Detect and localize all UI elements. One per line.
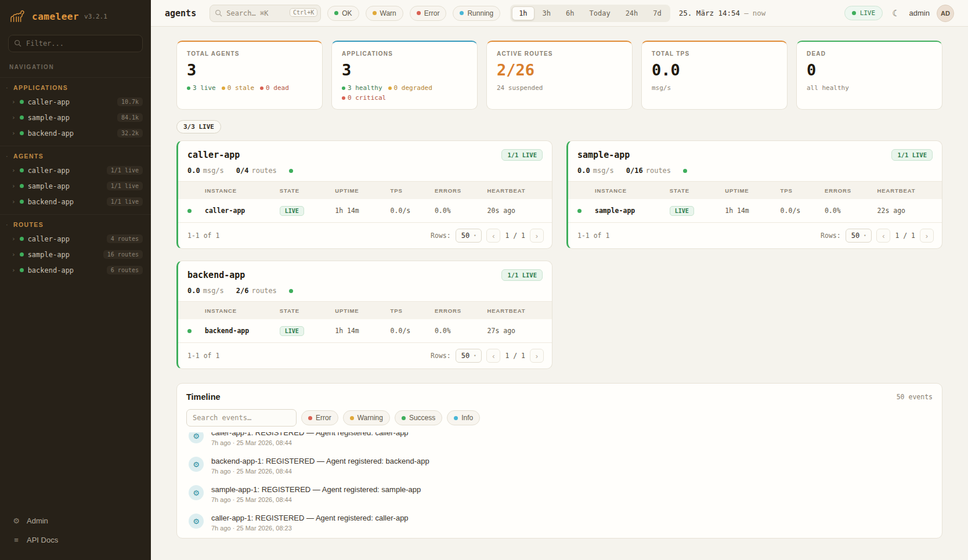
docs-icon: ≡ <box>12 536 21 544</box>
dark-mode-toggle[interactable]: ☾ <box>890 6 902 21</box>
filter-input[interactable] <box>8 35 143 52</box>
rows-per-page-select[interactable]: 50 ▾ <box>456 349 482 363</box>
status-dot <box>20 237 24 241</box>
stat-sub: 3 live 0 stale 0 dead <box>187 84 312 92</box>
sidebar-item-api-docs[interactable]: ≡ API Docs <box>9 532 142 548</box>
time-range-segmented-control: 1h 3h 6h Today 24h 7d <box>510 5 670 22</box>
sidebar-item-applications-sample-app[interactable]: › sample-app 84.1k <box>0 110 151 125</box>
event-time: 7h ago · 25 Mar 2026, 08:44 <box>211 496 421 503</box>
range-button-24h[interactable]: 24h <box>619 6 645 20</box>
app-card-backend-app: backend-app 1/1 LIVE 0.0 msg/s 2/6 route… <box>176 261 552 369</box>
table-header: INSTANCE STATE UPTIME TPS ERRORS HEARTBE… <box>178 302 552 319</box>
timeline-event[interactable]: ⚙ caller-app-1: REGISTERED — Agent regis… <box>186 508 933 537</box>
table-row[interactable]: caller-app LIVE 1h 14m 0.0/s 0.0% 20s ag… <box>178 199 552 222</box>
timeline-event[interactable]: ⚙ caller-app-1: REGISTERED — Agent regis… <box>186 432 933 451</box>
sidebar-footer-label: Admin <box>27 516 48 525</box>
range-button-3h[interactable]: 3h <box>536 6 558 20</box>
chevron-right-icon: › <box>12 167 16 174</box>
range-start: 25. März 14:54 <box>679 9 740 17</box>
section-title: ROUTES <box>13 221 44 228</box>
activity-dot <box>683 169 687 173</box>
timeline-filter-error[interactable]: Error <box>301 410 338 425</box>
filter-chip-ok[interactable]: OK <box>327 6 359 21</box>
state-badge: LIVE <box>670 206 694 216</box>
chevron-right-icon: › <box>12 183 16 189</box>
live-summary-badge: 3/3 LIVE <box>176 120 221 133</box>
sidebar-item-applications-backend-app[interactable]: › backend-app 32.2k <box>0 125 151 141</box>
rows-label: Rows: <box>431 352 451 360</box>
stat-value: 3 <box>187 61 312 79</box>
next-page-button[interactable]: › <box>920 229 934 243</box>
user-name[interactable]: admin <box>909 9 930 17</box>
filter-chip-warn[interactable]: Warn <box>366 6 403 21</box>
timeline-filter-info[interactable]: Info <box>447 410 480 425</box>
row-range: 1-1 of 1 <box>187 232 219 240</box>
sidebar-item-badge: 1/1 live <box>107 166 143 175</box>
success-dot <box>402 416 406 420</box>
next-page-button[interactable]: › <box>530 349 544 363</box>
next-page-button[interactable]: › <box>530 229 544 243</box>
sidebar-item-label: sample-app <box>28 182 103 190</box>
table-footer: 1-1 of 1 Rows: 50 ▾ ‹ 1 / 1 › <box>178 222 552 248</box>
chevron-right-icon: › <box>12 114 16 121</box>
sidebar-section-header-applications[interactable]: · APPLICATIONS <box>0 80 151 94</box>
status-dot <box>187 209 192 213</box>
sidebar-item-routes-backend-app[interactable]: › backend-app 6 routes <box>0 262 151 278</box>
degraded-dot <box>388 86 392 90</box>
event-text: caller-app-1: REGISTERED — Agent registe… <box>211 514 409 522</box>
table-header: INSTANCE STATE UPTIME TPS ERRORS HEARTBE… <box>568 182 942 199</box>
table-row[interactable]: backend-app LIVE 1h 14m 0.0/s 0.0% 27s a… <box>178 319 552 342</box>
stat-label: APPLICATIONS <box>342 50 467 57</box>
timeline-filter-warning[interactable]: Warning <box>343 410 390 425</box>
filter-chip-error[interactable]: Error <box>410 6 447 21</box>
search-icon <box>14 39 21 47</box>
stat-sub: 24 suspended <box>497 84 622 92</box>
live-badge: 1/1 LIVE <box>891 149 933 161</box>
range-button-1h[interactable]: 1h <box>512 6 534 20</box>
sidebar-item-agents-sample-app[interactable]: › sample-app 1/1 live <box>0 178 151 194</box>
sidebar-item-routes-sample-app[interactable]: › sample-app 16 routes <box>0 247 151 262</box>
moon-icon: ☾ <box>892 8 900 18</box>
timeline-event[interactable]: ⚙ sample-app-1: REGISTERED — Agent regis… <box>186 480 933 508</box>
stats-row: TOTAL AGENTS 3 3 live 0 stale 0 dead APP… <box>176 41 942 110</box>
stat-label: ACTIVE ROUTES <box>497 50 622 57</box>
main-content: TOTAL AGENTS 3 3 live 0 stale 0 dead APP… <box>151 27 968 560</box>
sidebar-item-agents-caller-app[interactable]: › caller-app 1/1 live <box>0 162 151 178</box>
app-name: sample-app <box>577 150 630 160</box>
prev-page-button[interactable]: ‹ <box>486 229 500 243</box>
sidebar-item-badge: 16 routes <box>103 250 143 259</box>
rows-per-page-select[interactable]: 50 ▾ <box>456 229 482 243</box>
gear-icon: ⚙ <box>189 485 204 500</box>
live-dot <box>852 11 856 15</box>
sidebar-section-header-routes[interactable]: · ROUTES <box>0 217 151 231</box>
status-dot <box>20 268 24 272</box>
prev-page-button[interactable]: ‹ <box>876 229 890 243</box>
live-status-toggle[interactable]: LIVE <box>844 6 883 20</box>
timeline-filter-success[interactable]: Success <box>395 410 442 425</box>
filter-chip-running[interactable]: Running <box>453 6 500 21</box>
timeline-event[interactable]: ⚙ backend-app-1: REGISTERED — Agent regi… <box>186 451 933 480</box>
table-row[interactable]: sample-app LIVE 1h 14m 0.0/s 0.0% 22s ag… <box>568 199 942 222</box>
app-card-caller-app: caller-app 1/1 LIVE 0.0 msg/s 0/4 routes… <box>176 140 552 249</box>
stat-card-total-agents: TOTAL AGENTS 3 3 live 0 stale 0 dead <box>176 41 323 110</box>
avatar[interactable]: AD <box>937 5 954 22</box>
activity-dot <box>289 169 293 173</box>
range-button-today[interactable]: Today <box>583 6 617 20</box>
range-button-6h[interactable]: 6h <box>559 6 581 20</box>
range-button-7d[interactable]: 7d <box>646 6 668 20</box>
event-time: 7h ago · 25 Mar 2026, 08:23 <box>211 525 409 532</box>
rows-per-page-select[interactable]: 50 ▾ <box>846 229 872 243</box>
event-text: caller-app-1: REGISTERED — Agent registe… <box>211 432 409 437</box>
navigation-label: NAVIGATION <box>0 64 151 70</box>
info-dot <box>454 416 458 420</box>
sidebar-item-admin[interactable]: ⚙ Admin <box>9 512 142 529</box>
sidebar-footer: ⚙ Admin ≡ API Docs <box>0 507 151 560</box>
sidebar-section-header-agents[interactable]: · AGENTS <box>0 149 151 162</box>
event-search-input[interactable] <box>186 409 297 427</box>
prev-page-button[interactable]: ‹ <box>486 349 500 363</box>
sidebar-item-applications-caller-app[interactable]: › caller-app 10.7k <box>0 94 151 110</box>
app-name: caller-app <box>187 150 240 160</box>
sidebar-item-routes-caller-app[interactable]: › caller-app 4 routes <box>0 231 151 247</box>
sidebar-item-badge: 4 routes <box>107 234 143 243</box>
sidebar-item-agents-backend-app[interactable]: › backend-app 1/1 live <box>0 194 151 209</box>
